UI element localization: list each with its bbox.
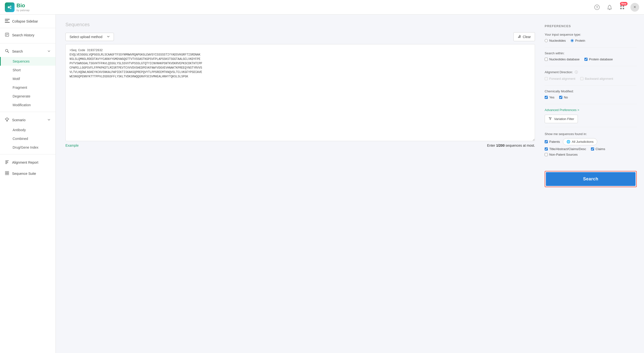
no-label: No — [564, 96, 568, 99]
protein-db-label: Protein database — [589, 58, 613, 61]
title-abstract-check-item[interactable]: Title/Abstract/Claims/Desc — [545, 147, 586, 151]
variation-filter-icon — [548, 117, 552, 121]
app-body: Collapse Sidebar Search History — [0, 15, 644, 353]
forward-alignment-label: Forward alignment — [549, 77, 576, 81]
title-abstract-checkbox[interactable] — [545, 147, 548, 151]
protein-radio[interactable] — [570, 39, 574, 42]
nucleotides-db-check-item[interactable]: Nucleotides database — [545, 58, 580, 61]
patents-label: Patents — [549, 140, 560, 144]
sequences-title: Sequences — [66, 22, 535, 28]
yes-checkbox[interactable] — [545, 96, 548, 99]
svg-line-4 — [10, 8, 10, 8]
svg-point-2 — [10, 8, 12, 9]
preferences-title: PREFERENCES — [545, 24, 637, 28]
claims-checkbox[interactable] — [591, 147, 594, 151]
sidebar-item-degenerate[interactable]: Degenerate — [0, 92, 56, 101]
scenario-group-label: Scenario — [12, 118, 26, 122]
title-abstract-label: Title/Abstract/Claims/Desc — [549, 147, 586, 151]
protein-db-check-item[interactable]: Protein database — [584, 58, 613, 61]
new-badge: New — [620, 2, 628, 6]
patents-check-item[interactable]: Patents — [545, 140, 560, 144]
sidebar-item-short[interactable]: Short — [0, 66, 56, 75]
search-group-label: Search — [12, 50, 23, 53]
pref-search-within-section: Search within: Nucleotides database Prot… — [545, 51, 637, 61]
sidebar-item-fragment[interactable]: Fragment — [0, 83, 56, 92]
backward-alignment-label: Backward alignment — [585, 77, 613, 81]
sidebar-section-alignment: Alignment Report Sequence Suite — [0, 155, 56, 181]
yes-check-item[interactable]: Yes — [545, 96, 554, 99]
sidebar-item-alignment-report[interactable]: Alignment Report — [0, 157, 56, 168]
nucleotides-db-checkbox[interactable] — [545, 58, 548, 61]
preferences-search-panel: PREFERENCES Your input sequence type: Nu… — [545, 22, 637, 187]
nucleotides-radio[interactable] — [545, 39, 548, 42]
upload-method-button[interactable]: Select upload method — [66, 33, 114, 41]
sidebar-group-scenario[interactable]: Scenario — [0, 114, 56, 126]
logo-text: Bio by patsnap — [16, 3, 30, 12]
svg-point-40 — [550, 118, 551, 119]
sidebar-group-search[interactable]: Search — [0, 46, 56, 57]
sidebar-item-sequences[interactable]: Sequences — [0, 57, 56, 66]
sidebar-section-scenario: Scenario Antibody Combined Drug/Gene Ind… — [0, 113, 56, 153]
collapse-sidebar-button[interactable]: Collapse Sidebar — [0, 15, 56, 28]
sequences-panel: Sequences Select upload method — [66, 22, 535, 187]
protein-radio-item[interactable]: Protein — [570, 39, 585, 43]
header-icons: ? New × — [593, 3, 639, 12]
sidebar-item-combined[interactable]: Combined — [0, 134, 56, 143]
sidebar-item-modification[interactable]: Modification — [0, 101, 56, 109]
svg-point-1 — [10, 6, 12, 7]
nucleotides-radio-item[interactable]: Nucleotides — [545, 39, 566, 43]
help-button[interactable]: ? — [593, 3, 601, 12]
sequence-suite-icon — [5, 171, 9, 176]
svg-rect-10 — [620, 8, 622, 9]
example-link[interactable]: Example — [66, 144, 78, 147]
svg-point-0 — [8, 6, 10, 8]
alignment-options-row: Forward alignment Backward alignment — [545, 77, 637, 81]
sidebar-item-drug-gene[interactable]: Drug/Gene Index — [0, 143, 56, 152]
pref-chemically-modified-section: Chemically Modified: Yes No — [545, 90, 637, 99]
scenario-chevron-icon — [47, 118, 51, 122]
nucleotides-radio-label: Nucleotides — [549, 39, 566, 43]
svg-text:?: ? — [596, 6, 598, 9]
pref-db-row: Nucleotides database Protein database — [545, 58, 637, 61]
upload-method-label: Select upload method — [70, 35, 102, 39]
logo-icon — [5, 3, 14, 12]
dropdown-chevron-icon — [107, 35, 110, 39]
sequence-text-area[interactable]: >Seq Code 319372632 EVQLVESGGGLVQPGGSLRL… — [66, 44, 535, 141]
sidebar-item-sequence-suite[interactable]: Sequence Suite — [0, 168, 56, 179]
info-icon: ⓘ — [575, 70, 578, 74]
sidebar-item-motif[interactable]: Motif — [0, 75, 56, 83]
non-patent-label: Non-Patent Sources — [549, 153, 578, 156]
search-button[interactable]: Search — [546, 172, 636, 186]
header: Bio by patsnap ? — [0, 0, 644, 15]
all-jurisdictions-label: All Jurisdictions — [572, 140, 594, 144]
variation-filter-button[interactable]: Variation Filter — [545, 115, 578, 123]
close-button[interactable]: × — [630, 3, 639, 12]
non-patent-check-item[interactable]: Non-Patent Sources — [545, 153, 637, 156]
pref-input-type-section: Your input sequence type: Nucleotides Pr… — [545, 33, 637, 43]
backward-alignment-item[interactable]: Backward alignment — [580, 77, 613, 81]
forward-alignment-checkbox[interactable] — [545, 77, 548, 80]
variation-filter-label: Variation Filter — [554, 117, 574, 121]
clear-button[interactable]: Clear — [514, 32, 535, 41]
svg-rect-28 — [5, 162, 8, 163]
sidebar-section-history: Search History — [0, 28, 56, 42]
advanced-preferences-link[interactable]: Advanced Preferences > — [545, 108, 637, 112]
notification-button[interactable] — [605, 3, 614, 12]
sidebar-item-antibody[interactable]: Antibody — [0, 126, 56, 134]
no-check-item[interactable]: No — [559, 96, 568, 99]
content-grid: Sequences Select upload method — [66, 22, 637, 187]
non-patent-checkbox[interactable] — [545, 153, 548, 156]
no-checkbox[interactable] — [559, 96, 562, 99]
forward-alignment-item[interactable]: Forward alignment — [545, 77, 576, 81]
all-jurisdictions-button[interactable]: 🌐 All Jurisdictions — [563, 138, 597, 145]
search-button-wrapper: Search — [545, 171, 637, 187]
backward-alignment-checkbox[interactable] — [580, 77, 584, 80]
sidebar-item-search-history[interactable]: Search History — [0, 30, 56, 41]
preferences-panel: PREFERENCES Your input sequence type: Nu… — [545, 22, 637, 164]
search-section: Search — [545, 171, 637, 187]
patents-checkbox[interactable] — [545, 140, 548, 143]
protein-db-checkbox[interactable] — [584, 58, 588, 61]
logo: Bio by patsnap — [5, 3, 30, 12]
claims-check-item[interactable]: Claims — [591, 147, 605, 151]
pref-alignment-section: Alignment Direction: ⓘ Forward alignment… — [545, 70, 637, 81]
